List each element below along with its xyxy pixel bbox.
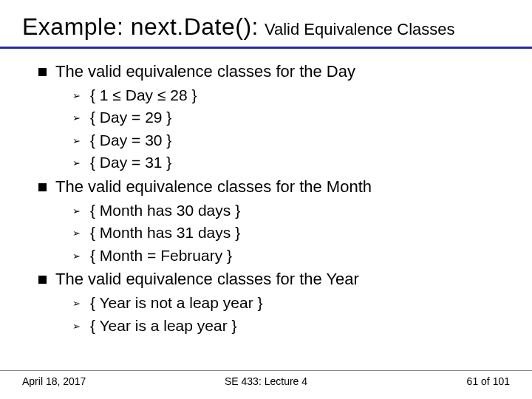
- section-items: ➢ { Month has 30 days } ➢ { Month has 31…: [38, 200, 510, 267]
- section-year: The valid equivalence classes for the Ye…: [38, 270, 510, 337]
- arrow-icon: ➢: [72, 157, 83, 171]
- arrow-icon: ➢: [72, 320, 83, 334]
- footer-course: SE 433: Lecture 4: [225, 375, 307, 387]
- square-bullet-icon: [38, 68, 47, 76]
- arrow-icon: ➢: [72, 89, 83, 103]
- slide-footer: April 18, 2017 SE 433: Lecture 4 61 of 1…: [0, 370, 532, 387]
- list-item: ➢ { Year is a leap year }: [72, 315, 510, 337]
- section-items: ➢ { Year is not a leap year } ➢ { Year i…: [38, 292, 510, 337]
- list-item-text: { Month has 30 days }: [90, 200, 240, 222]
- section-heading: The valid equivalence classes for the Da…: [38, 62, 510, 81]
- section-day: The valid equivalence classes for the Da…: [38, 62, 510, 174]
- footer-page: 61 of 101: [467, 375, 510, 387]
- section-items: ➢ { 1 ≤ Day ≤ 28 } ➢ { Day = 29 } ➢ { Da…: [38, 84, 510, 174]
- square-bullet-icon: [38, 276, 47, 284]
- list-item-text: { Month = February }: [90, 245, 232, 267]
- title-main: Example: next.Date():: [22, 13, 259, 41]
- slide-title: Example: next.Date(): Valid Equivalence …: [22, 13, 510, 45]
- list-item: ➢ { Day = 29 }: [72, 106, 510, 129]
- footer-date: April 18, 2017: [22, 375, 86, 387]
- list-item-text: { Month has 31 days }: [90, 222, 240, 244]
- list-item: ➢ { Day = 31 }: [72, 151, 510, 174]
- slide: Example: next.Date(): Valid Equivalence …: [0, 0, 532, 399]
- section-heading: The valid equivalence classes for the Ye…: [38, 270, 510, 289]
- title-underline: [0, 47, 532, 49]
- section-heading-text: The valid equivalence classes for the Ye…: [55, 270, 359, 289]
- list-item-text: { Day = 29 }: [90, 106, 171, 129]
- arrow-icon: ➢: [72, 297, 83, 311]
- content-area: The valid equivalence classes for the Da…: [22, 62, 510, 337]
- section-heading: The valid equivalence classes for the Mo…: [38, 177, 510, 197]
- list-item-text: { 1 ≤ Day ≤ 28 }: [90, 84, 197, 106]
- arrow-icon: ➢: [72, 250, 83, 264]
- list-item: ➢ { Day = 30 }: [72, 129, 510, 151]
- list-item: ➢ { Month has 31 days }: [72, 222, 510, 244]
- list-item: ➢ { Month has 30 days }: [72, 200, 510, 222]
- title-subtitle: Valid Equivalence Classes: [265, 20, 455, 39]
- list-item: ➢ { 1 ≤ Day ≤ 28 }: [72, 84, 510, 106]
- list-item-text: { Year is a leap year }: [90, 315, 237, 337]
- section-month: The valid equivalence classes for the Mo…: [38, 177, 510, 267]
- arrow-icon: ➢: [72, 205, 83, 219]
- section-heading-text: The valid equivalence classes for the Da…: [55, 62, 355, 81]
- section-heading-text: The valid equivalence classes for the Mo…: [55, 177, 372, 197]
- list-item-text: { Day = 31 }: [90, 151, 171, 174]
- list-item-text: { Year is not a leap year }: [90, 292, 263, 314]
- arrow-icon: ➢: [72, 227, 83, 241]
- square-bullet-icon: [38, 183, 47, 191]
- arrow-icon: ➢: [72, 112, 83, 126]
- list-item: ➢ { Year is not a leap year }: [72, 292, 510, 314]
- list-item: ➢ { Month = February }: [72, 245, 510, 267]
- list-item-text: { Day = 30 }: [90, 129, 171, 151]
- arrow-icon: ➢: [72, 134, 83, 149]
